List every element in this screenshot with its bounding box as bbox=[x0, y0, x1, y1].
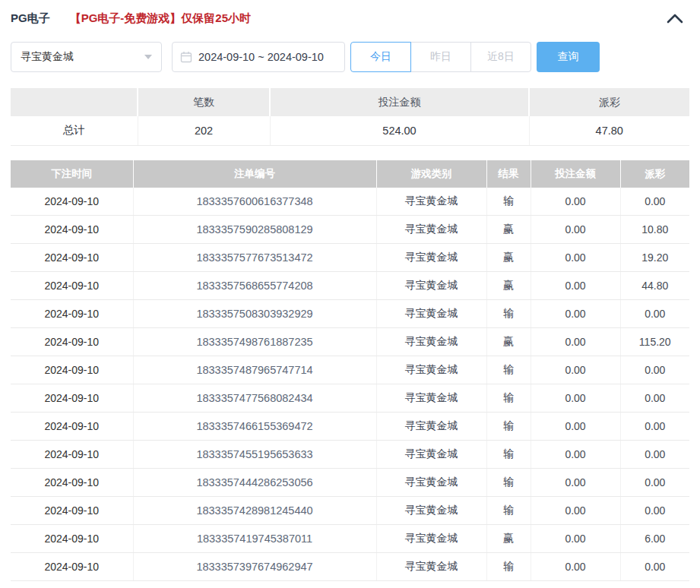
cell-game-type: 寻宝黄金城 bbox=[376, 441, 486, 469]
cell-bet-time: 2024-09-10 bbox=[11, 188, 133, 216]
cell-bet-amount: 0.00 bbox=[531, 553, 620, 581]
cell-payout: 44.80 bbox=[620, 272, 689, 300]
cell-order-id: 1833357508303932929 bbox=[133, 300, 376, 328]
collapse-button[interactable] bbox=[667, 14, 683, 24]
cell-bet-amount: 0.00 bbox=[531, 469, 620, 497]
cell-result: 输 bbox=[486, 497, 531, 525]
cell-bet-time: 2024-09-10 bbox=[11, 216, 133, 244]
cell-game-type: 寻宝黄金城 bbox=[376, 384, 486, 413]
col-header-order-id: 注单编号 bbox=[133, 160, 376, 188]
cell-bet-amount: 0.00 bbox=[531, 188, 620, 216]
summary-total-bet-amount: 524.00 bbox=[270, 116, 529, 145]
records-body: 2024-09-10 1833357600616377348 寻宝黄金城 输 0… bbox=[11, 188, 689, 581]
cell-bet-time: 2024-09-10 bbox=[11, 384, 133, 413]
table-row: 2024-09-10 1833357487965747714 寻宝黄金城 输 0… bbox=[11, 356, 689, 384]
cell-order-id: 1833357466155369472 bbox=[133, 413, 376, 441]
records-header-row: 下注时间 注单编号 游戏类别 结果 投注金额 派彩 bbox=[11, 160, 689, 188]
cell-order-id: 1833357577673513472 bbox=[133, 244, 376, 272]
cell-order-id: 1833357397674962947 bbox=[133, 553, 376, 581]
cell-order-id: 1833357568655774208 bbox=[133, 272, 376, 300]
cell-result: 输 bbox=[486, 413, 531, 441]
summary-header-count: 笔数 bbox=[138, 88, 270, 116]
cell-bet-amount: 0.00 bbox=[531, 356, 620, 384]
cell-bet-amount: 0.00 bbox=[531, 216, 620, 244]
summary-header-row: 笔数 投注金额 派彩 bbox=[11, 88, 689, 116]
quick-range-button-2[interactable]: 近8日 bbox=[470, 42, 531, 72]
cell-result: 赢 bbox=[486, 525, 531, 553]
table-row: 2024-09-10 1833357590285808129 寻宝黄金城 赢 0… bbox=[11, 216, 689, 244]
col-header-payout: 派彩 bbox=[620, 160, 689, 188]
cell-payout: 0.00 bbox=[620, 553, 689, 581]
game-select-value: 寻宝黄金城 bbox=[21, 50, 74, 64]
cell-payout: 0.00 bbox=[620, 300, 689, 328]
col-header-bet-time: 下注时间 bbox=[11, 160, 133, 188]
summary-total-label: 总计 bbox=[11, 116, 138, 145]
cell-order-id: 1833357487965747714 bbox=[133, 356, 376, 384]
cell-bet-time: 2024-09-10 bbox=[11, 441, 133, 469]
cell-game-type: 寻宝黄金城 bbox=[376, 469, 486, 497]
cell-bet-time: 2024-09-10 bbox=[11, 300, 133, 328]
quick-range-button-1[interactable]: 昨日 bbox=[410, 42, 471, 72]
cell-game-type: 寻宝黄金城 bbox=[376, 553, 486, 581]
summary-total-row: 总计 202 524.00 47.80 bbox=[11, 116, 689, 145]
cell-game-type: 寻宝黄金城 bbox=[376, 244, 486, 272]
cell-result: 输 bbox=[486, 553, 531, 581]
cell-game-type: 寻宝黄金城 bbox=[376, 300, 486, 328]
cell-result: 赢 bbox=[486, 328, 531, 356]
filter-controls: 寻宝黄金城 2024-09-10 ~ 2024-09-10 今日昨日近8日 查询 bbox=[11, 42, 689, 72]
cell-payout: 0.00 bbox=[620, 413, 689, 441]
cell-bet-amount: 0.00 bbox=[531, 441, 620, 469]
cell-order-id: 1833357455195653633 bbox=[133, 441, 376, 469]
cell-bet-time: 2024-09-10 bbox=[11, 328, 133, 356]
free-game-notice: 【PG电子-免费游戏】仅保留25小时 bbox=[70, 11, 251, 26]
cell-game-type: 寻宝黄金城 bbox=[376, 497, 486, 525]
cell-bet-amount: 0.00 bbox=[531, 497, 620, 525]
summary-table: 笔数 投注金额 派彩 总计 202 524.00 47.80 bbox=[11, 88, 689, 146]
summary-header-blank bbox=[11, 88, 138, 116]
quick-range-button-0[interactable]: 今日 bbox=[350, 42, 411, 72]
panel-header: PG电子 【PG电子-免费游戏】仅保留25小时 bbox=[11, 9, 689, 27]
summary-total-count: 202 bbox=[138, 116, 270, 145]
summary-header-payout: 派彩 bbox=[529, 88, 689, 116]
table-row: 2024-09-10 1833357428981245440 寻宝黄金城 输 0… bbox=[11, 497, 689, 525]
cell-payout: 10.80 bbox=[620, 216, 689, 244]
cell-result: 输 bbox=[486, 469, 531, 497]
date-range-value: 2024-09-10 ~ 2024-09-10 bbox=[198, 51, 324, 63]
cell-game-type: 寻宝黄金城 bbox=[376, 356, 486, 384]
calendar-icon bbox=[180, 51, 192, 63]
cell-bet-time: 2024-09-10 bbox=[11, 413, 133, 441]
cell-result: 赢 bbox=[486, 216, 531, 244]
cell-game-type: 寻宝黄金城 bbox=[376, 413, 486, 441]
table-row: 2024-09-10 1833357397674962947 寻宝黄金城 输 0… bbox=[11, 553, 689, 581]
cell-payout: 0.00 bbox=[620, 469, 689, 497]
cell-order-id: 1833357600616377348 bbox=[133, 188, 376, 216]
cell-payout: 0.00 bbox=[620, 441, 689, 469]
cell-bet-time: 2024-09-10 bbox=[11, 497, 133, 525]
cell-game-type: 寻宝黄金城 bbox=[376, 328, 486, 356]
cell-bet-amount: 0.00 bbox=[531, 244, 620, 272]
cell-bet-time: 2024-09-10 bbox=[11, 525, 133, 553]
cell-result: 输 bbox=[486, 356, 531, 384]
cell-order-id: 1833357419745387011 bbox=[133, 525, 376, 553]
cell-bet-time: 2024-09-10 bbox=[11, 244, 133, 272]
cell-result: 输 bbox=[486, 384, 531, 413]
cell-game-type: 寻宝黄金城 bbox=[376, 216, 486, 244]
cell-order-id: 1833357590285808129 bbox=[133, 216, 376, 244]
cell-game-type: 寻宝黄金城 bbox=[376, 525, 486, 553]
search-button[interactable]: 查询 bbox=[537, 42, 600, 72]
cell-result: 输 bbox=[486, 300, 531, 328]
table-row: 2024-09-10 1833357498761887235 寻宝黄金城 赢 0… bbox=[11, 328, 689, 356]
cell-bet-amount: 0.00 bbox=[531, 300, 620, 328]
cell-bet-amount: 0.00 bbox=[531, 272, 620, 300]
cell-payout: 0.00 bbox=[620, 356, 689, 384]
game-select[interactable]: 寻宝黄金城 bbox=[11, 42, 162, 72]
cell-payout: 0.00 bbox=[620, 497, 689, 525]
table-row: 2024-09-10 1833357577673513472 寻宝黄金城 赢 0… bbox=[11, 244, 689, 272]
col-header-result: 结果 bbox=[486, 160, 531, 188]
table-row: 2024-09-10 1833357444286253056 寻宝黄金城 输 0… bbox=[11, 469, 689, 497]
date-range-input[interactable]: 2024-09-10 ~ 2024-09-10 bbox=[172, 42, 345, 72]
cell-order-id: 1833357444286253056 bbox=[133, 469, 376, 497]
table-row: 2024-09-10 1833357477568082434 寻宝黄金城 输 0… bbox=[11, 384, 689, 413]
cell-bet-amount: 0.00 bbox=[531, 328, 620, 356]
col-header-game-type: 游戏类别 bbox=[376, 160, 486, 188]
